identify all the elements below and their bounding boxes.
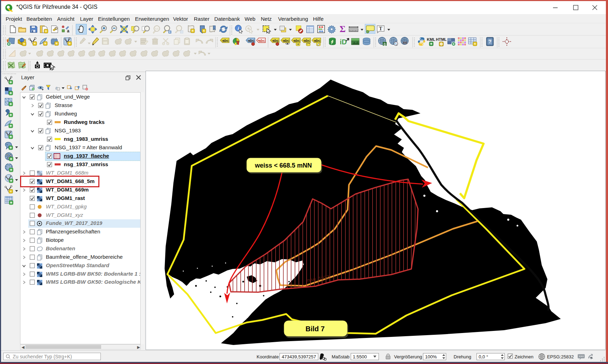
svg-text:i: i — [238, 26, 239, 31]
svg-text:✳: ✳ — [473, 42, 476, 46]
svg-text:iD: iD — [340, 38, 347, 46]
svg-text:1:1: 1:1 — [155, 27, 159, 30]
svg-text:🔍: 🔍 — [394, 42, 398, 46]
svg-text:✳: ✳ — [191, 29, 194, 33]
svg-text:✳: ✳ — [202, 29, 205, 33]
svg-text:✳: ✳ — [44, 42, 47, 45]
svg-text:abc: abc — [283, 38, 289, 43]
svg-text:a: a — [67, 29, 69, 33]
svg-text:abc: abc — [259, 38, 265, 43]
svg-text:abc: abc — [272, 38, 279, 43]
svg-text:✳: ✳ — [23, 42, 25, 46]
svg-text:✳: ✳ — [33, 42, 36, 45]
svg-text:Σ: Σ — [340, 25, 346, 34]
svg-text:abc: abc — [222, 38, 229, 43]
svg-text:✳: ✳ — [10, 190, 12, 193]
svg-text:KML: KML — [427, 37, 435, 42]
svg-text:weiss < 668.5 mNN: weiss < 668.5 mNN — [254, 162, 312, 169]
svg-text:T: T — [379, 26, 382, 31]
svg-text:✳: ✳ — [68, 42, 71, 45]
svg-text:abc: abc — [248, 38, 254, 43]
svg-text:✳: ✳ — [44, 29, 47, 33]
svg-text:?: ? — [489, 39, 492, 44]
svg-text:abc: abc — [294, 38, 300, 43]
svg-text:abc: abc — [304, 38, 310, 43]
svg-text:✳: ✳ — [55, 42, 58, 45]
svg-text:HTML: HTML — [436, 37, 447, 42]
svg-text:abc: abc — [314, 38, 320, 43]
svg-text:Bild 7: Bild 7 — [306, 325, 325, 333]
